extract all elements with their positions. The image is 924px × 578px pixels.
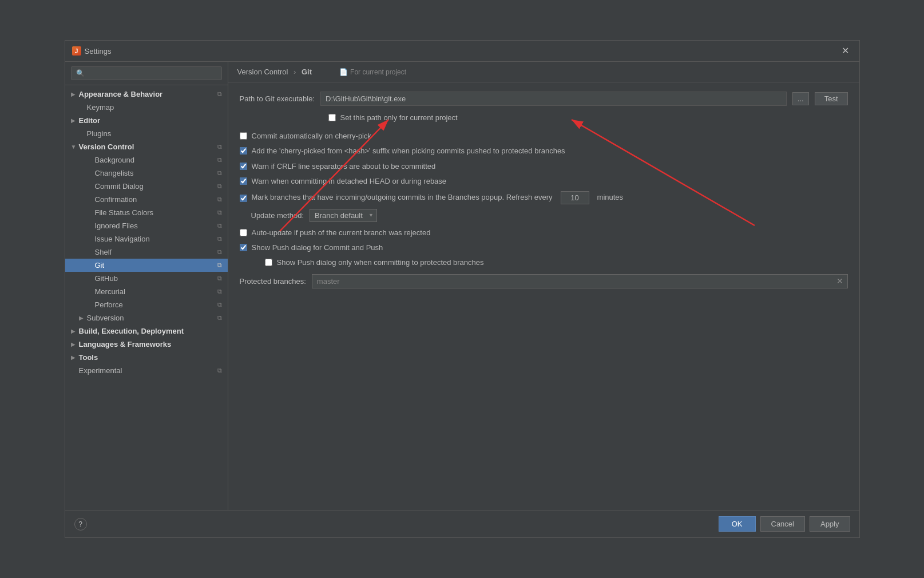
warn-crlf-label: Warn if CRLF line separators are about t… — [252, 161, 436, 172]
show-push-protected-label: Show Push dialog only when committing to… — [277, 258, 484, 268]
protected-branches-input[interactable] — [312, 274, 848, 288]
sidebar-item-label: Mercurial — [95, 287, 215, 296]
protected-branches-row: Protected branches: ✕ — [240, 274, 848, 288]
sidebar-item-build[interactable]: ▶ Build, Execution, Deployment — [65, 324, 228, 338]
sidebar-item-tools[interactable]: ▶ Tools — [65, 351, 228, 364]
test-button[interactable]: Test — [815, 92, 848, 105]
sidebar-item-label: Version Control — [79, 142, 215, 151]
arrow-icon: ▶ — [71, 328, 79, 334]
right-panel: Version Control › Git 📄 For current proj… — [228, 62, 859, 510]
sidebar-item-plugins[interactable]: Plugins — [65, 127, 228, 140]
copy-icon: ⧉ — [217, 209, 222, 216]
apply-button[interactable]: Apply — [810, 516, 850, 532]
close-button[interactable]: ✕ — [838, 45, 852, 57]
update-method-label: Update method: — [251, 211, 304, 220]
auto-update-checkbox[interactable] — [240, 229, 247, 236]
sidebar-item-editor[interactable]: ▶ Editor — [65, 114, 228, 127]
copy-icon: ⧉ — [217, 275, 222, 282]
sidebar-item-issue-navigation[interactable]: Issue Navigation ⧉ — [65, 232, 228, 246]
main-content: ▶ Appearance & Behavior ⧉ Keymap ▶ Edito… — [65, 62, 859, 510]
sidebar-item-confirmation[interactable]: Confirmation ⧉ — [65, 193, 228, 206]
sidebar-item-file-status-colors[interactable]: File Status Colors ⧉ — [65, 206, 228, 219]
sidebar-item-label: Build, Execution, Deployment — [79, 327, 222, 335]
title-bar: J Settings ✕ — [65, 41, 859, 62]
sidebar-item-label: Ignored Files — [95, 221, 215, 230]
cancel-button[interactable]: Cancel — [760, 516, 805, 532]
auto-update-row: Auto-update if push of the current branc… — [240, 228, 848, 238]
copy-icon: ⧉ — [217, 235, 222, 243]
clear-protected-button[interactable]: ✕ — [833, 275, 847, 287]
add-suffix-checkbox[interactable] — [240, 147, 247, 155]
set-path-label: Set this path only for current project — [340, 113, 458, 123]
copy-icon: ⧉ — [217, 248, 222, 256]
minutes-label: minutes — [597, 192, 624, 203]
sidebar-item-github[interactable]: GitHub ⧉ — [65, 272, 228, 285]
help-button[interactable]: ? — [74, 518, 87, 531]
breadcrumb: Version Control › Git — [237, 68, 312, 76]
ok-button[interactable]: OK — [719, 516, 756, 532]
cherry-pick-checkbox[interactable] — [240, 132, 247, 140]
arrow-icon: ▶ — [71, 91, 79, 97]
sidebar-item-appearance[interactable]: ▶ Appearance & Behavior ⧉ — [65, 88, 228, 101]
sidebar-item-git[interactable]: Git ⧉ — [65, 259, 228, 272]
sidebar-item-label: Editor — [79, 116, 222, 125]
add-suffix-row: Add the 'cherry-picked from <hash>' suff… — [240, 146, 848, 156]
sidebar-item-perforce[interactable]: Perforce ⧉ — [65, 298, 228, 311]
show-push-checkbox[interactable] — [240, 244, 247, 251]
sidebar-item-subversion[interactable]: ▶ Subversion ⧉ — [65, 311, 228, 324]
warn-crlf-checkbox[interactable] — [240, 163, 247, 170]
set-path-checkbox[interactable] — [328, 114, 336, 121]
update-method-row: Update method: Branch default Merge Reba… — [240, 209, 848, 222]
update-method-select[interactable]: Branch default Merge Rebase — [310, 209, 377, 222]
title-bar-left: J Settings — [72, 46, 112, 56]
copy-icon: ⧉ — [217, 196, 222, 203]
copy-icon: ⧉ — [217, 183, 222, 190]
sidebar-item-label: Subversion — [87, 314, 215, 322]
sidebar-item-keymap[interactable]: Keymap — [65, 101, 228, 114]
sidebar-item-changelists[interactable]: Changelists ⧉ — [65, 167, 228, 180]
set-path-row: Set this path only for current project — [240, 113, 848, 123]
sidebar-item-version-control[interactable]: ▼ Version Control ⧉ — [65, 140, 228, 153]
copy-icon: ⧉ — [217, 156, 222, 164]
path-input[interactable] — [320, 92, 787, 106]
path-to-git-row: Path to Git executable: ... Test — [240, 92, 848, 106]
mark-branches-row: Mark branches that have incoming/outgoin… — [240, 191, 848, 204]
copy-icon: ⧉ — [217, 314, 222, 322]
warn-detached-checkbox[interactable] — [240, 177, 247, 185]
sidebar-item-mercurial[interactable]: Mercurial ⧉ — [65, 285, 228, 298]
search-input[interactable] — [71, 66, 222, 80]
breadcrumb-sep: › — [294, 68, 296, 76]
copy-icon: ⧉ — [217, 288, 222, 295]
add-suffix-label: Add the 'cherry-picked from <hash>' suff… — [252, 146, 565, 156]
cherry-pick-row: Commit automatically on cherry-pick — [240, 131, 848, 141]
arrow-icon: ▶ — [79, 315, 87, 321]
panel-header: Version Control › Git 📄 For current proj… — [228, 62, 859, 82]
browse-button[interactable]: ... — [792, 92, 809, 105]
sidebar-item-ignored-files[interactable]: Ignored Files ⧉ — [65, 219, 228, 232]
sidebar-item-label: Languages & Frameworks — [79, 340, 222, 349]
copy-icon: ⧉ — [217, 367, 222, 374]
minutes-input[interactable] — [561, 191, 589, 204]
show-push-protected-checkbox[interactable] — [265, 259, 272, 266]
sidebar-item-label: Appearance & Behavior — [79, 90, 215, 98]
copy-icon: ⧉ — [217, 262, 222, 269]
mark-branches-checkbox[interactable] — [240, 195, 247, 202]
sidebar-item-shelf[interactable]: Shelf ⧉ — [65, 246, 228, 259]
sidebar-item-background[interactable]: Background ⧉ — [65, 153, 228, 167]
bottom-bar: ? OK Cancel Apply — [65, 510, 859, 537]
sidebar-item-label: Confirmation — [95, 195, 215, 204]
arrow-icon: ▶ — [71, 354, 79, 361]
sidebar-item-label: Shelf — [95, 248, 215, 256]
sidebar-item-commit-dialog[interactable]: Commit Dialog ⧉ — [65, 180, 228, 193]
show-push-row: Show Push dialog for Commit and Push — [240, 243, 848, 253]
warn-crlf-row: Warn if CRLF line separators are about t… — [240, 161, 848, 172]
copy-icon: ⧉ — [217, 143, 222, 151]
sidebar-item-languages[interactable]: ▶ Languages & Frameworks — [65, 338, 228, 351]
sidebar-item-label: Perforce — [95, 300, 215, 309]
window-title: Settings — [85, 47, 112, 56]
nav-tree: ▶ Appearance & Behavior ⧉ Keymap ▶ Edito… — [65, 85, 228, 510]
cherry-pick-label: Commit automatically on cherry-pick — [252, 131, 372, 141]
show-push-protected-row: Show Push dialog only when committing to… — [240, 258, 848, 268]
copy-icon: ⧉ — [217, 301, 222, 308]
sidebar-item-experimental[interactable]: Experimental ⧉ — [65, 364, 228, 377]
